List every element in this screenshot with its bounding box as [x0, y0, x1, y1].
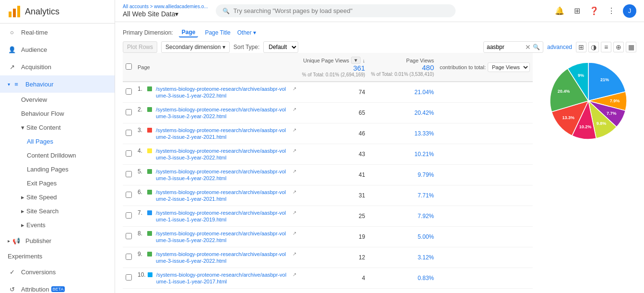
external-link-icon[interactable]: ↗: [293, 86, 296, 91]
page-link[interactable]: /systems-biology-proteome-research/archi…: [156, 210, 286, 222]
sidebar-item-attribution[interactable]: ↺ Attribution BETA: [0, 281, 115, 293]
page-link[interactable]: /systems-biology-proteome-research/archi…: [156, 251, 286, 264]
plot-rows-button[interactable]: Plot Rows: [123, 41, 157, 53]
sidebar-item-audience[interactable]: 👤 Audience: [0, 41, 115, 58]
chevron-right-icon: ▸: [21, 208, 24, 215]
color-indicator: [147, 148, 152, 153]
pie-view-icon[interactable]: ◑: [588, 42, 599, 52]
sidebar-item-experiments[interactable]: Experiments: [0, 249, 115, 263]
contribution-select[interactable]: Page Views: [488, 62, 530, 72]
secondary-dimension-label: Secondary dimension ▾: [165, 44, 225, 50]
sort-type-select[interactable]: Default: [263, 41, 298, 53]
color-indicator: [147, 231, 152, 236]
external-link-icon[interactable]: ↗: [293, 231, 296, 236]
scatter-view-icon[interactable]: ⊕: [613, 42, 624, 52]
table-search-input[interactable]: [487, 44, 525, 50]
external-link-icon[interactable]: ↗: [293, 189, 296, 195]
more-icon[interactable]: ⋮: [606, 5, 617, 17]
breadcrumb[interactable]: All accounts > www.alliedacademies.o...: [123, 4, 208, 9]
page-link[interactable]: /systems-biology-proteome-research/archi…: [156, 86, 286, 98]
contribution-cell: [437, 123, 533, 144]
external-link-icon[interactable]: ↗: [293, 148, 296, 153]
secondary-dimension-button[interactable]: Secondary dimension ▾: [161, 41, 230, 53]
property-selector[interactable]: All Web Site Data ▾: [123, 10, 208, 18]
behaviour-icon: ≡: [12, 80, 21, 88]
sidebar-item-acquisition[interactable]: ↗ Acquisition: [0, 58, 115, 75]
row-checkbox[interactable]: [126, 192, 132, 198]
external-link-icon[interactable]: ↗: [293, 127, 296, 133]
table-row: 5. /systems-biology-proteome-research/ar…: [123, 165, 533, 185]
row-checkbox[interactable]: [126, 254, 132, 260]
help-icon[interactable]: ❓: [588, 5, 600, 17]
sidebar-item-publisher[interactable]: ▸ 📢 Publisher: [0, 232, 115, 249]
bar-view-icon[interactable]: ≡: [601, 42, 611, 52]
unique-views-cell: 41: [299, 165, 368, 185]
sidebar-item-behaviour[interactable]: ▾ ≡ Behaviour: [0, 75, 115, 93]
clear-search-icon[interactable]: ✕: [525, 43, 531, 51]
sidebar-item-all-pages[interactable]: All Pages: [0, 134, 115, 148]
sort-down-icon[interactable]: ↓: [363, 58, 365, 63]
unique-views-cell: 25: [299, 206, 368, 227]
search-icon[interactable]: 🔍: [533, 44, 540, 50]
external-link-icon[interactable]: ↗: [293, 210, 296, 215]
row-checkbox[interactable]: [126, 88, 132, 95]
sidebar-item-realtime[interactable]: ○ Real-time: [0, 24, 115, 41]
global-search[interactable]: 🔍: [216, 4, 456, 17]
table-view-icon[interactable]: ▦: [626, 42, 636, 52]
page-link[interactable]: /systems-biology-proteome-research/archi…: [156, 169, 286, 181]
property-name: All Web Site Data: [123, 10, 175, 18]
row-checkbox[interactable]: [126, 171, 132, 177]
row-checkbox[interactable]: [126, 109, 132, 115]
publisher-icon: 📢: [12, 236, 21, 245]
external-link-icon[interactable]: ↗: [293, 107, 296, 112]
row-number: 7.: [138, 209, 145, 216]
page-link[interactable]: /systems-biology-proteome-research/archi…: [156, 231, 286, 243]
dimension-page-btn[interactable]: Page: [179, 28, 199, 37]
sidebar-item-site-speed[interactable]: ▸ Site Speed: [0, 190, 115, 204]
pie-label: 21%: [600, 77, 609, 82]
sort-dropdown[interactable]: ▼: [351, 57, 361, 64]
pie-label: 20.4%: [558, 89, 570, 94]
page-link[interactable]: /systems-biology-proteome-research/archi…: [156, 272, 286, 284]
row-checkbox[interactable]: [126, 130, 132, 136]
page-views-pct: % of Total: 0.01% (3,538,410): [371, 72, 434, 77]
sidebar-item-content-drilldown[interactable]: Content Drilldown: [0, 148, 115, 162]
sidebar-item-exit-pages[interactable]: Exit Pages: [0, 176, 115, 190]
row-checkbox[interactable]: [126, 212, 132, 219]
sidebar-item-conversions[interactable]: ✓ Conversions: [0, 263, 115, 281]
pie-chart: 21%7.9%7.7%9.8%10.2%13.3%20.4%9%: [540, 53, 636, 149]
notifications-icon[interactable]: 🔔: [554, 5, 565, 17]
sidebar-item-site-content[interactable]: ▾ Site Content: [0, 121, 115, 134]
row-checkbox[interactable]: [126, 274, 132, 281]
sidebar-item-behaviour-flow[interactable]: Behaviour Flow: [0, 107, 115, 121]
dimension-other-btn[interactable]: Other ▾: [237, 29, 256, 36]
page-link[interactable]: /systems-biology-proteome-research/archi…: [156, 148, 286, 160]
apps-icon[interactable]: ⊞: [571, 5, 583, 17]
search-input[interactable]: [234, 7, 449, 14]
sidebar-item-site-search[interactable]: ▸ Site Search: [0, 204, 115, 218]
row-number: 10.: [138, 271, 146, 278]
table-row: 10. /systems-biology-proteome-research/a…: [123, 268, 533, 289]
avatar[interactable]: J: [623, 4, 636, 18]
sidebar-item-label: Overview: [21, 96, 47, 103]
sidebar-item-landing-pages[interactable]: Landing Pages: [0, 162, 115, 176]
external-link-icon[interactable]: ↗: [293, 251, 296, 256]
sidebar-item-events[interactable]: ▸ Events: [0, 218, 115, 232]
sidebar-item-label: Attribution: [21, 286, 49, 293]
dimension-page-title-btn[interactable]: Page Title: [202, 28, 233, 37]
grid-view-icon[interactable]: ⊞: [576, 42, 586, 52]
page-link[interactable]: /systems-biology-proteome-research/archi…: [156, 107, 286, 119]
external-link-icon[interactable]: ↗: [293, 272, 296, 277]
page-link[interactable]: /systems-biology-proteome-research/archi…: [156, 189, 286, 202]
table-row: 9. /systems-biology-proteome-research/ar…: [123, 247, 533, 268]
table-search-box[interactable]: ✕ 🔍: [483, 41, 543, 53]
select-all-checkbox[interactable]: [126, 63, 132, 70]
pie-label: 7.7%: [607, 111, 617, 116]
row-checkbox[interactable]: [126, 233, 132, 239]
sidebar-item-overview[interactable]: Overview: [0, 93, 115, 107]
page-link[interactable]: /systems-biology-proteome-research/archi…: [156, 127, 286, 140]
row-checkbox[interactable]: [126, 150, 132, 157]
pie-label: 10.2%: [579, 124, 592, 129]
advanced-link[interactable]: advanced: [547, 44, 572, 50]
external-link-icon[interactable]: ↗: [293, 169, 296, 174]
